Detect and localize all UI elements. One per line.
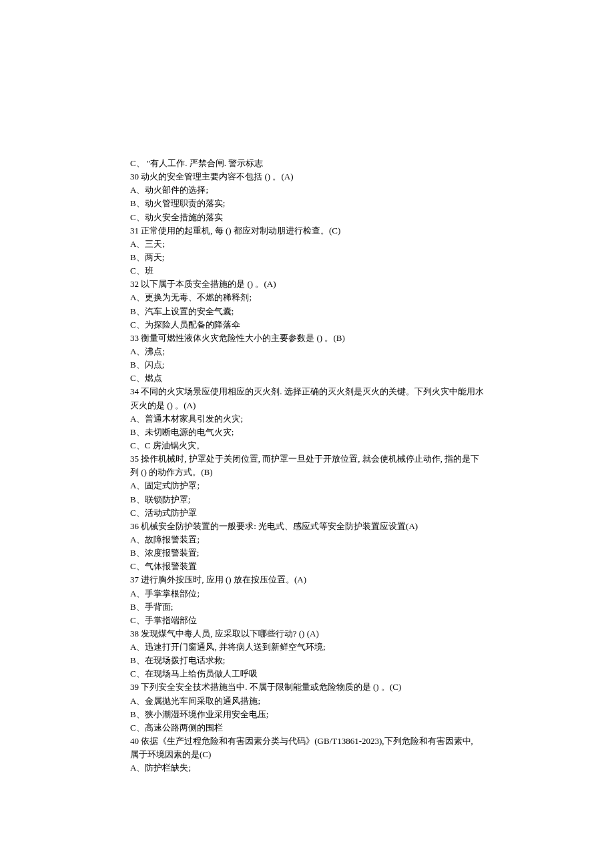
text-line: 39 下列安全安全技术措施当中. 不属于限制能量或危险物质的是 () 。(C) xyxy=(130,681,484,694)
text-line: A、金属抛光车间采取的通风措施; xyxy=(130,695,484,708)
text-line: B、狭小潮湿环境作业采用安全电压; xyxy=(130,708,484,721)
text-line: 37 进行胸外按压时, 应用 () 放在按压位置。(A) xyxy=(130,573,484,586)
text-line: C、燃点 xyxy=(130,372,484,385)
text-line: A、更换为无毒、不燃的稀释剂; xyxy=(130,291,484,304)
text-line: C、 "有人工作. 严禁合闸. 警示标志 xyxy=(130,157,484,170)
text-line: C、气体报警装置 xyxy=(130,560,484,573)
text-line: A、手掌掌根部位; xyxy=(130,587,484,600)
text-line: B、浓度报警装置; xyxy=(130,546,484,560)
text-line: 33 衡量可燃性液体火灾危险性大小的主要参数是 () 。(B) xyxy=(130,332,484,345)
text-line: 36 机械安全防护装置的一般要求: 光电式、感应式等安全防护装置应设置(A) xyxy=(130,520,484,533)
text-line: B、联锁防护罩; xyxy=(130,493,484,506)
text-line: A、迅速打开门窗通风, 并将病人送到新鲜空气环境; xyxy=(130,640,484,654)
text-line: B、闪点; xyxy=(130,358,484,372)
text-line: B、未切断电源的电气火灾; xyxy=(130,426,484,439)
text-line: A、故障报警装置; xyxy=(130,533,484,546)
text-line: C、高速公路两侧的围栏 xyxy=(130,721,484,735)
text-line: C、为探险人员配备的降落伞 xyxy=(130,318,484,332)
text-line: B、在现场拨打电话求救; xyxy=(130,654,484,667)
text-line: C、班 xyxy=(130,264,484,278)
text-line: 30 动火的安全管理主要内容不包括 () 。(A) xyxy=(130,170,484,183)
text-line: A、普通木材家具引发的火灾; xyxy=(130,412,484,426)
text-line: C、手掌指端部位 xyxy=(130,614,484,627)
text-line: B、手背面; xyxy=(130,600,484,614)
text-line: A、三天; xyxy=(130,238,484,251)
text-line: C、活动式防护罩 xyxy=(130,506,484,520)
text-line: B、两天; xyxy=(130,251,484,264)
text-line: C、C 房油锅火灾。 xyxy=(130,439,484,452)
text-line: 31 正常使用的起重机, 每 () 都应对制动朋进行检查。(C) xyxy=(130,224,484,238)
document-body: C、 "有人工作. 严禁合闸. 警示标志 30 动火的安全管理主要内容不包括 (… xyxy=(130,157,484,775)
text-line: B、汽车上设置的安全气囊; xyxy=(130,305,484,318)
text-line: 34 不同的火灾场景应使用相应的灭火剂. 选择正确的灭火剂是灭火的关键。下列火灾… xyxy=(130,385,484,412)
text-line: A、防护栏缺失; xyxy=(130,761,484,775)
text-line: 38 发现煤气中毒人员, 应采取以下哪些行动? () (A) xyxy=(130,627,484,640)
text-line: 40 依据《生产过程危险和有害因素分类与代码》(GB/T13861-2023),… xyxy=(130,735,484,761)
text-line: 35 操作机械时, 护罩处于关闭位置, 而护罩一旦处于开放位置, 就会使机械停止… xyxy=(130,452,484,479)
text-line: C、动火安全措施的落实 xyxy=(130,211,484,224)
text-line: B、动火管理职责的落实; xyxy=(130,197,484,210)
text-line: A、沸点; xyxy=(130,345,484,358)
text-line: A、动火部件的选择; xyxy=(130,183,484,197)
text-line: 32 以下属于本质安全措施的是 () 。(A) xyxy=(130,278,484,291)
text-line: C、在现场马上给伤员做人工呼吸 xyxy=(130,667,484,681)
text-line: A、固定式防护罩; xyxy=(130,479,484,492)
